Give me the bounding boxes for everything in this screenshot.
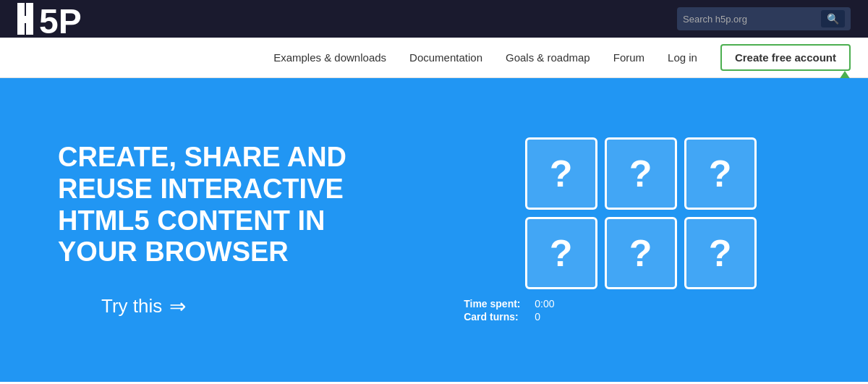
card-turns-value: 0 — [535, 311, 540, 323]
time-spent-value: 0:00 — [535, 298, 554, 310]
hero-heading: CREATE, SHARE AND REUSE INTERACTIVE HTML… — [58, 142, 403, 268]
hero-right-panel: ? ? ? ? ? ? Time s — [456, 137, 825, 323]
card-1-symbol: ? — [550, 152, 573, 195]
card-6[interactable]: ? — [684, 217, 757, 289]
card-turns-row: Card turns: 0 — [464, 311, 825, 323]
nav-forum[interactable]: Forum — [613, 51, 644, 64]
card-5-symbol: ? — [629, 231, 652, 275]
card-2[interactable]: ? — [605, 137, 677, 210]
card-4-symbol: ? — [550, 231, 573, 275]
card-3[interactable]: ? — [684, 137, 757, 210]
nav-bar: Examples & downloads Documentation Goals… — [0, 38, 868, 78]
search-input[interactable] — [683, 14, 818, 25]
nav-goals-roadmap[interactable]: Goals & roadmap — [506, 51, 590, 64]
time-spent-row: Time spent: 0:00 — [464, 298, 825, 310]
create-account-button[interactable]: Create free account — [720, 44, 851, 71]
svg-rect-2 — [26, 3, 33, 35]
try-this-text: Try this — [101, 295, 162, 317]
logo-area: 5P — [17, 0, 82, 38]
svg-text:5P: 5P — [39, 2, 82, 38]
try-this-arrow-icon: ⇒ — [169, 294, 186, 318]
card-5[interactable]: ? — [605, 217, 677, 289]
time-spent-label: Time spent: — [464, 298, 529, 310]
header-bar: 5P 🔍 — [0, 0, 868, 38]
card-turns-label: Card turns: — [464, 311, 529, 323]
hero-section: CREATE, SHARE AND REUSE INTERACTIVE HTML… — [0, 78, 868, 382]
nav-login[interactable]: Log in — [668, 51, 697, 64]
nav-examples-downloads[interactable]: Examples & downloads — [273, 51, 386, 64]
card-4[interactable]: ? — [525, 217, 597, 289]
card-1[interactable]: ? — [525, 137, 597, 210]
h5p-logo: 5P — [17, 0, 82, 38]
search-bar[interactable]: 🔍 — [677, 7, 851, 30]
hero-left-panel: CREATE, SHARE AND REUSE INTERACTIVE HTML… — [58, 142, 403, 318]
card-6-symbol: ? — [709, 231, 732, 275]
card-2-symbol: ? — [629, 152, 652, 195]
nav-documentation[interactable]: Documentation — [409, 51, 482, 64]
card-stats: Time spent: 0:00 Card turns: 0 — [456, 298, 825, 323]
memory-card-grid: ? ? ? ? ? ? — [525, 137, 757, 289]
try-this-label[interactable]: Try this ⇒ — [101, 294, 403, 318]
card-3-symbol: ? — [709, 152, 732, 195]
search-button[interactable]: 🔍 — [821, 10, 845, 27]
